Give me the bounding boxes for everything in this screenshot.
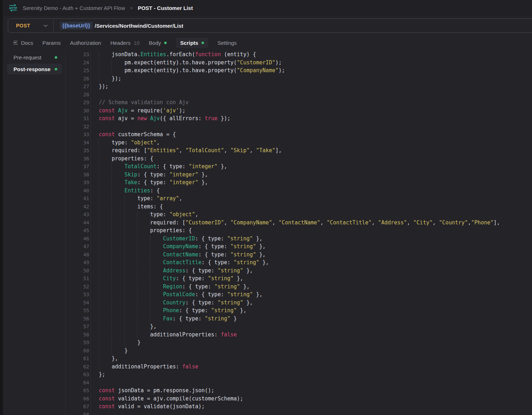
code-line: 33const customerSchema = { bbox=[66, 131, 532, 139]
code-editor[interactable]: 23 jsonData.Entities.forEach(function (e… bbox=[66, 50, 532, 415]
code-text: items: { bbox=[99, 203, 163, 211]
code-text: CustomerID: { type: "string" }, bbox=[99, 235, 263, 243]
line-number: 62 bbox=[66, 363, 91, 371]
code-line: 42 items: { bbox=[66, 203, 532, 211]
scripts-sidebar: Pre-request Post-response bbox=[3, 50, 66, 415]
code-line: 44 required: ["CustomerID", "CompanyName… bbox=[66, 219, 532, 227]
code-line: 28 bbox=[66, 91, 532, 99]
code-line: 39 Take: { type: "integer" }, bbox=[66, 179, 532, 187]
code-line: 48 ContactName: { type: "string" }, bbox=[66, 251, 532, 259]
url-row: POST {{baseUrl}} /Services/Northwind/Cus… bbox=[3, 16, 532, 36]
code-text: const valid = validate(jsonData); bbox=[99, 403, 205, 411]
code-text: }); bbox=[99, 83, 108, 91]
code-text: ContactTitle: { type: "string" }, bbox=[99, 259, 269, 267]
line-number: 28 bbox=[66, 91, 91, 99]
code-text: const Ajv = require('ajv'); bbox=[99, 107, 186, 115]
code-line: 45 properties: { bbox=[66, 227, 532, 235]
code-text: const validate = ajv.compile(customerSch… bbox=[99, 395, 243, 403]
base-url-variable-chip[interactable]: {{baseUrl}} bbox=[60, 22, 92, 30]
scripts-content: Pre-request Post-response 23 jsonData.En… bbox=[3, 50, 532, 415]
code-text: Phone: { type: "string" }, bbox=[99, 307, 246, 315]
code-line: 53 PostalCode: { type: "string" }, bbox=[66, 291, 532, 299]
code-line: 25 pm.expect(entity).to.have.property("C… bbox=[66, 66, 532, 75]
line-number: 31 bbox=[66, 115, 91, 123]
code-line: 66const validate = ajv.compile(customerS… bbox=[66, 395, 532, 403]
code-text: PostalCode: { type: "string" }, bbox=[99, 291, 263, 299]
line-number: 66 bbox=[66, 395, 91, 403]
line-number: 55 bbox=[66, 307, 91, 315]
tab-settings[interactable]: Settings bbox=[217, 40, 237, 46]
url-path: /Services/Northwind/Customer/List bbox=[95, 23, 183, 29]
scripts-status-dot bbox=[201, 42, 204, 44]
app-window: HTTP Serenity Demo - Auth + Customer API… bbox=[0, 0, 532, 415]
code-line: 26 }); bbox=[66, 75, 532, 83]
code-text: Take: { type: "integer" }, bbox=[99, 179, 208, 187]
tab-label: Headers bbox=[110, 40, 130, 46]
request-pane: HTTP Serenity Demo - Auth + Customer API… bbox=[3, 0, 532, 415]
code-line: 46 CustomerID: { type: "string" }, bbox=[66, 235, 532, 243]
post-response-status-dot bbox=[55, 68, 57, 70]
code-line: 35 required: ["Entities", "TotalCount", … bbox=[66, 147, 532, 155]
body-status-dot bbox=[164, 42, 167, 44]
code-text: additionalProperties: false bbox=[99, 363, 198, 371]
code-text: Region: { type: "string" }, bbox=[99, 283, 249, 291]
line-number: 59 bbox=[66, 339, 91, 347]
line-number: 33 bbox=[66, 131, 91, 139]
code-line: 31const ajv = new Ajv({ allErrors: true … bbox=[66, 115, 532, 123]
code-line: 37 TotalCount: { type: "integer" }, bbox=[66, 163, 532, 171]
line-number: 46 bbox=[66, 235, 91, 243]
code-text: type: "array", bbox=[99, 195, 182, 203]
http-request-icon: HTTP bbox=[9, 4, 18, 12]
code-text: type: "object", bbox=[99, 139, 160, 147]
code-line: 51 City: { type: "string" }, bbox=[66, 275, 532, 283]
code-line: 62 additionalProperties: false bbox=[66, 363, 532, 371]
line-number: 50 bbox=[66, 267, 91, 275]
code-text: const ajv = new Ajv({ allErrors: true })… bbox=[99, 115, 230, 123]
tab-label: Scripts bbox=[180, 40, 198, 46]
code-text: Fax: { type: "string" } bbox=[99, 315, 237, 323]
line-number: 42 bbox=[66, 203, 91, 211]
code-text: properties: { bbox=[99, 155, 154, 163]
code-line: 52 Region: { type: "string" }, bbox=[66, 283, 532, 291]
line-number: 29 bbox=[66, 99, 91, 107]
method-dropdown[interactable]: POST bbox=[8, 19, 53, 32]
code-text: Entities: { bbox=[99, 187, 160, 195]
tab-body[interactable]: Body bbox=[149, 40, 167, 46]
code-line: 41 type: "array", bbox=[66, 195, 532, 203]
code-line: 60 } bbox=[66, 347, 532, 355]
code-line: 34 type: "object", bbox=[66, 139, 532, 147]
tab-scripts[interactable]: Scripts bbox=[176, 38, 208, 48]
code-text: }, bbox=[99, 355, 118, 363]
tab-params[interactable]: Params bbox=[42, 40, 61, 46]
line-number: 37 bbox=[66, 163, 91, 171]
line-number: 43 bbox=[66, 211, 91, 219]
code-text: Country: { type: "string" }, bbox=[99, 299, 253, 307]
code-line: 67const valid = validate(jsonData); bbox=[66, 403, 532, 411]
code-line: 58 additionalProperties: false bbox=[66, 331, 532, 339]
sidebar-item-post-response[interactable]: Post-response bbox=[7, 64, 62, 74]
code-text: const customerSchema = { bbox=[99, 131, 176, 139]
code-text: pm.expect(entity).to.have.property("Comp… bbox=[99, 66, 285, 75]
breadcrumb-collection[interactable]: Serenity Demo - Auth + Customer API Flow bbox=[23, 5, 125, 11]
line-number: 36 bbox=[66, 155, 91, 163]
docs-list-icon bbox=[14, 41, 18, 45]
line-number: 64 bbox=[66, 379, 91, 387]
code-line: 43 type: "object", bbox=[66, 211, 532, 219]
url-input[interactable]: {{baseUrl}} /Services/Northwind/Customer… bbox=[54, 22, 532, 30]
line-number: 56 bbox=[66, 315, 91, 323]
code-text: } bbox=[99, 339, 140, 347]
code-line: 23 jsonData.Entities.forEach(function (e… bbox=[66, 50, 532, 59]
tab-authorization[interactable]: Authorization bbox=[70, 40, 101, 46]
code-line: 59 } bbox=[66, 339, 532, 347]
tab-docs[interactable]: Docs bbox=[21, 40, 33, 46]
tab-label: Body bbox=[149, 40, 161, 46]
code-text: }; bbox=[99, 371, 105, 379]
line-number: 63 bbox=[66, 371, 91, 379]
line-number: 34 bbox=[66, 139, 91, 147]
sidebar-item-pre-request[interactable]: Pre-request bbox=[7, 52, 62, 63]
breadcrumb: HTTP Serenity Demo - Auth + Customer API… bbox=[3, 0, 532, 16]
line-number: 49 bbox=[66, 259, 91, 267]
line-number: 27 bbox=[66, 83, 91, 91]
tab-headers[interactable]: Headers 10 bbox=[110, 40, 139, 46]
code-line: 47 CompanyName: { type: "string" }, bbox=[66, 243, 532, 251]
